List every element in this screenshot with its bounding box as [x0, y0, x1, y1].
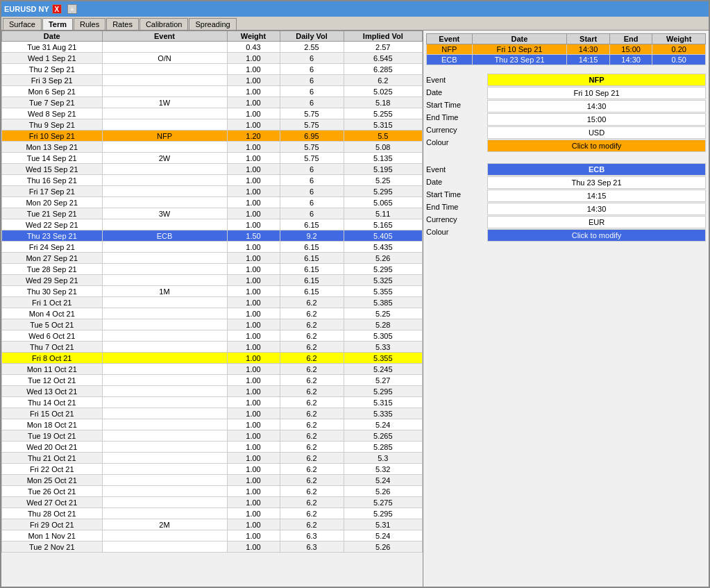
table-row[interactable]: Wed 15 Sep 211.0065.195	[2, 164, 423, 175]
data-table-scroll[interactable]: Date Event Weight Daily Vol Implied Vol …	[1, 31, 423, 587]
table-row[interactable]: Fri 10 Sep 21NFP1.206.955.5	[2, 131, 423, 142]
tab-surface[interactable]: Surface	[3, 18, 42, 30]
table-cell-date: Thu 21 Oct 21	[2, 453, 103, 464]
table-cell-weight: 1.00	[227, 186, 280, 197]
table-row[interactable]: Thu 16 Sep 211.0065.25	[2, 175, 423, 186]
table-cell-weight: 1.50	[227, 230, 280, 242]
table-row[interactable]: Wed 22 Sep 211.006.155.165	[2, 219, 423, 230]
table-cell-event: 2M	[102, 519, 227, 530]
table-row[interactable]: Fri 17 Sep 211.0065.295	[2, 186, 423, 197]
table-row[interactable]: Mon 6 Sep 211.0065.025	[2, 86, 423, 97]
table-cell-weight: 1.00	[227, 475, 280, 486]
table-cell-weight: 1.00	[227, 108, 280, 119]
table-cell-weight: 1.00	[227, 97, 280, 108]
table-cell-daily: 6.2	[280, 497, 344, 508]
table-row[interactable]: Mon 27 Sep 211.006.155.26	[2, 253, 423, 264]
table-cell-implied: 5.435	[344, 242, 422, 253]
table-row[interactable]: Thu 30 Sep 211M1.006.155.355	[2, 286, 423, 297]
table-cell-date: Tue 2 Nov 21	[2, 541, 103, 553]
table-cell-weight: 1.00	[227, 142, 280, 153]
table-row[interactable]: Wed 29 Sep 211.006.155.325	[2, 275, 423, 286]
table-row[interactable]: Wed 6 Oct 211.006.25.305	[2, 330, 423, 342]
table-cell-date: Fri 24 Sep 21	[2, 242, 103, 253]
table-row[interactable]: Thu 2 Sep 211.0066.285	[2, 64, 423, 75]
eg-header-start: Start	[567, 34, 610, 44]
table-cell-implied: 5.315	[344, 119, 422, 131]
table-cell-daily: 6.2	[280, 319, 344, 330]
tab-spreading[interactable]: Spreading	[189, 18, 236, 30]
nfp-value-header: NFP	[487, 74, 706, 86]
table-cell-implied: 5.355	[344, 353, 422, 364]
table-row[interactable]: Thu 7 Oct 211.006.25.33	[2, 342, 423, 353]
table-row[interactable]: Fri 3 Sep 211.0066.2	[2, 75, 423, 86]
table-row[interactable]: NFP Fri 10 Sep 21 14:30 15:00 0.20	[427, 44, 706, 55]
window-title: EURUSD NY	[4, 5, 49, 13]
table-cell-event	[102, 42, 227, 53]
table-row[interactable]: Mon 1 Nov 211.006.35.24	[2, 530, 423, 541]
table-cell-weight: 1.00	[227, 264, 280, 275]
table-row[interactable]: Thu 9 Sep 211.005.755.315	[2, 119, 423, 131]
table-cell-weight: 1.00	[227, 375, 280, 386]
tab-rules[interactable]: Rules	[74, 18, 105, 30]
table-cell-daily: 6.2	[280, 353, 344, 364]
nfp-modify-button[interactable]: Click to modify	[487, 140, 706, 152]
table-row[interactable]: Thu 21 Oct 211.006.25.3	[2, 453, 423, 464]
table-row[interactable]: Fri 22 Oct 211.006.25.32	[2, 464, 423, 475]
table-row[interactable]: Mon 25 Oct 211.006.25.24	[2, 475, 423, 486]
table-row[interactable]: Tue 28 Sep 211.006.155.295	[2, 264, 423, 275]
table-cell-daily: 5.75	[280, 108, 344, 119]
table-row[interactable]: Wed 1 Sep 21O/N1.0066.545	[2, 53, 423, 64]
table-cell-weight: 1.00	[227, 308, 280, 319]
tab-calibration[interactable]: Calibration	[140, 18, 189, 30]
close-button[interactable]: X	[52, 4, 62, 14]
table-row[interactable]: Mon 11 Oct 211.006.25.245	[2, 364, 423, 375]
table-cell-event	[102, 86, 227, 97]
tab-rates[interactable]: Rates	[106, 18, 139, 30]
table-row[interactable]: Fri 8 Oct 211.006.25.355	[2, 353, 423, 364]
table-cell-daily: 6	[280, 64, 344, 75]
table-row[interactable]: Thu 14 Oct 211.006.25.315	[2, 397, 423, 408]
table-row[interactable]: Thu 23 Sep 21ECB1.509.25.405	[2, 230, 423, 242]
table-row[interactable]: Tue 21 Sep 213W1.0065.11	[2, 208, 423, 219]
table-cell-implied: 5.24	[344, 530, 422, 541]
table-row[interactable]: Tue 2 Nov 211.006.35.26	[2, 541, 423, 553]
table-cell-weight: 1.00	[227, 119, 280, 131]
ecb-modify-button[interactable]: Click to modify	[487, 229, 706, 242]
nfp-detail-panel: Event Date Start Time End Time Currency …	[426, 74, 706, 152]
table-row[interactable]: Fri 29 Oct 212M1.006.25.31	[2, 519, 423, 530]
table-cell-event	[102, 242, 227, 253]
table-row[interactable]: Tue 31 Aug 210.432.552.57	[2, 42, 423, 53]
table-row[interactable]: ECB Thu 23 Sep 21 14:15 14:30 0.50	[427, 55, 706, 65]
table-row[interactable]: Fri 15 Oct 211.006.25.335	[2, 408, 423, 419]
table-row[interactable]: Tue 14 Sep 212W1.005.755.135	[2, 153, 423, 164]
table-cell-date: Fri 1 Oct 21	[2, 297, 103, 308]
table-cell-daily: 6.2	[280, 519, 344, 530]
table-row[interactable]: Wed 8 Sep 211.005.755.255	[2, 108, 423, 119]
table-row[interactable]: Tue 12 Oct 211.006.25.27	[2, 375, 423, 386]
nfp-label-currency: Currency	[426, 124, 482, 136]
table-row[interactable]: Wed 27 Oct 211.006.25.275	[2, 497, 423, 508]
table-row[interactable]: Fri 1 Oct 211.006.25.385	[2, 297, 423, 308]
ecb-label-colour: Colour	[426, 226, 482, 238]
table-row[interactable]: Mon 20 Sep 211.0065.065	[2, 197, 423, 208]
table-cell-weight: 1.00	[227, 53, 280, 64]
tab-term[interactable]: Term	[42, 18, 73, 30]
table-row[interactable]: Mon 4 Oct 211.006.25.25	[2, 308, 423, 319]
table-row[interactable]: Mon 18 Oct 211.006.25.24	[2, 419, 423, 430]
table-row[interactable]: Mon 13 Sep 211.005.755.08	[2, 142, 423, 153]
table-cell-implied: 5.3	[344, 453, 422, 464]
table-row[interactable]: Tue 19 Oct 211.006.25.265	[2, 430, 423, 442]
table-cell-event	[102, 75, 227, 86]
table-row[interactable]: Wed 13 Oct 211.006.25.295	[2, 386, 423, 397]
eg-nfp-date: Fri 10 Sep 21	[472, 44, 567, 55]
table-row[interactable]: Tue 5 Oct 211.006.25.28	[2, 319, 423, 330]
table-row[interactable]: Wed 20 Oct 211.006.25.285	[2, 442, 423, 453]
table-row[interactable]: Thu 28 Oct 211.006.25.295	[2, 508, 423, 519]
table-row[interactable]: Tue 7 Sep 211W1.0065.18	[2, 97, 423, 108]
table-row[interactable]: Fri 24 Sep 211.006.155.435	[2, 242, 423, 253]
table-cell-date: Tue 19 Oct 21	[2, 430, 103, 442]
event-summary-table: Event Date Start End Weight NFP Fri 10 S…	[426, 33, 706, 65]
table-row[interactable]: Tue 26 Oct 211.006.25.26	[2, 486, 423, 497]
add-tab-button[interactable]: +	[67, 4, 77, 14]
table-cell-event	[102, 430, 227, 442]
